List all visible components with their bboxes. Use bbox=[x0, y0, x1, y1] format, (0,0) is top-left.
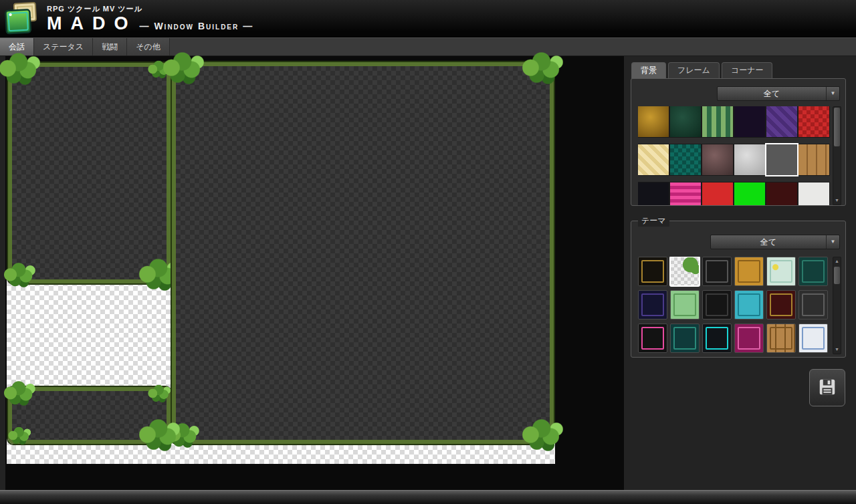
theme-frame-decoration bbox=[738, 260, 760, 283]
mado-window-builder-app: RPG ツクール MV ツール MADO — Window Builder — … bbox=[0, 0, 856, 504]
swatch-red-checker[interactable] bbox=[798, 106, 829, 137]
theme-dark-teal[interactable] bbox=[798, 257, 828, 286]
theme-scrollbar[interactable]: ▲ ▼ bbox=[833, 257, 841, 354]
theme-grid bbox=[638, 257, 831, 354]
theme-frame-decoration bbox=[770, 260, 792, 283]
theme-pastel-green[interactable] bbox=[670, 290, 700, 320]
theme-charcoal[interactable] bbox=[702, 257, 732, 286]
background-swatch-grid bbox=[638, 106, 831, 205]
theme-wood[interactable] bbox=[766, 324, 796, 353]
background-filter-dropdown[interactable]: 全て ▼ bbox=[717, 86, 840, 101]
swatch-light-marble[interactable] bbox=[734, 144, 765, 175]
preview-window-name[interactable] bbox=[8, 387, 171, 444]
theme-frame-decoration bbox=[673, 327, 696, 350]
tab-status[interactable]: ステータス bbox=[34, 38, 93, 55]
theme-teal-frame[interactable] bbox=[670, 324, 700, 353]
app-tagline: — Window Builder — bbox=[140, 21, 254, 31]
theme-frame-decoration bbox=[770, 327, 792, 350]
theme-frame-decoration bbox=[706, 293, 728, 316]
tab-frame[interactable]: フレーム bbox=[668, 62, 720, 79]
status-footer bbox=[0, 490, 856, 504]
theme-amber[interactable] bbox=[734, 257, 764, 286]
theme-maroon-gold[interactable] bbox=[766, 290, 796, 320]
theme-filter-dropdown[interactable]: 全て ▼ bbox=[710, 235, 840, 249]
swatch-gray[interactable] bbox=[766, 144, 797, 175]
theme-frame-decoration bbox=[770, 293, 792, 316]
theme-frame-decoration bbox=[738, 293, 760, 316]
swatch-teal-checker[interactable] bbox=[670, 144, 701, 175]
theme-frame-decoration bbox=[802, 327, 825, 350]
theme-frame-decoration bbox=[802, 293, 825, 316]
app-subtitle: RPG ツクール MV ツール bbox=[47, 4, 253, 14]
window-background bbox=[12, 67, 167, 279]
swatch-gold-texture[interactable] bbox=[638, 106, 669, 137]
preview-window-main[interactable] bbox=[172, 62, 554, 444]
scrollbar-thumb[interactable] bbox=[834, 108, 840, 146]
theme-cyan-frame[interactable] bbox=[702, 324, 732, 353]
preview-canvas bbox=[7, 61, 555, 464]
theme-cyan[interactable] bbox=[734, 290, 764, 320]
scroll-down-icon[interactable]: ▼ bbox=[833, 346, 841, 354]
swatch-purple-weave[interactable] bbox=[766, 106, 797, 137]
background-panel: 全て ▼ ▼ bbox=[631, 78, 846, 206]
tab-background[interactable]: 背景 bbox=[631, 62, 666, 79]
asset-tab-bar: 背景 フレーム コーナー bbox=[631, 62, 772, 79]
background-filter-value: 全て bbox=[718, 88, 826, 100]
scroll-up-icon[interactable]: ▲ bbox=[833, 257, 841, 265]
theme-frame-decoration bbox=[738, 327, 760, 350]
app-title-block: RPG ツクール MV ツール MADO — Window Builder — bbox=[47, 4, 253, 34]
app-title-row: MADO — Window Builder — bbox=[47, 14, 253, 34]
theme-frame-decoration bbox=[706, 260, 728, 283]
swatch-dark-green-stone[interactable] bbox=[670, 106, 701, 137]
tab-conversation[interactable]: 会話 bbox=[0, 38, 34, 55]
app-title: MADO bbox=[47, 14, 137, 34]
tab-battle[interactable]: 戦闘 bbox=[93, 38, 127, 55]
preview-canvas-area bbox=[5, 56, 624, 490]
theme-filter-value: 全て bbox=[711, 237, 826, 248]
main-tab-bar: 会話 ステータス 戦闘 その他 bbox=[0, 37, 856, 56]
swatch-pink-stripes[interactable] bbox=[670, 182, 701, 205]
theme-frame-decoration bbox=[802, 260, 825, 283]
app-header: RPG ツクール MV ツール MADO — Window Builder — bbox=[0, 0, 856, 37]
swatch-cream-diamond[interactable] bbox=[638, 144, 669, 175]
theme-pale-aqua-stars[interactable] bbox=[766, 257, 796, 286]
swatch-red-granite[interactable] bbox=[702, 144, 733, 175]
theme-frame-decoration bbox=[673, 293, 696, 316]
swatch-dark-purple[interactable] bbox=[734, 106, 765, 137]
chevron-down-icon[interactable]: ▼ bbox=[826, 235, 839, 249]
theme-frame-decoration bbox=[706, 327, 728, 350]
scroll-down-icon[interactable]: ▼ bbox=[833, 197, 841, 205]
swatch-white[interactable] bbox=[798, 182, 829, 205]
tab-corner[interactable]: コーナー bbox=[722, 62, 773, 79]
app-logo-icon bbox=[3, 1, 41, 39]
chevron-down-icon[interactable]: ▼ bbox=[826, 87, 839, 100]
swatch-black[interactable] bbox=[638, 182, 669, 205]
theme-blueprint[interactable] bbox=[798, 324, 828, 353]
swatch-bright-green[interactable] bbox=[734, 182, 765, 205]
theme-frame-decoration bbox=[641, 293, 664, 316]
scrollbar-thumb[interactable] bbox=[834, 267, 840, 284]
swatch-green-stripes[interactable] bbox=[702, 106, 733, 137]
floppy-disk-icon bbox=[817, 377, 837, 399]
tab-other[interactable]: その他 bbox=[127, 38, 170, 55]
swatch-dark-maroon[interactable] bbox=[766, 182, 797, 205]
theme-magenta-ornate[interactable] bbox=[734, 324, 764, 353]
theme-black-dotted[interactable] bbox=[702, 290, 732, 320]
theme-gold-corner-black[interactable] bbox=[638, 257, 667, 286]
theme-panel: テーマ 全て ▼ ▲ ▼ bbox=[631, 221, 846, 358]
save-button[interactable] bbox=[809, 369, 845, 406]
theme-section-label: テーマ bbox=[638, 215, 669, 227]
theme-frame-decoration bbox=[641, 327, 664, 350]
theme-black-pink-corner[interactable] bbox=[638, 324, 667, 353]
theme-navy-purple[interactable] bbox=[638, 290, 667, 320]
background-scrollbar[interactable]: ▼ bbox=[833, 106, 841, 205]
window-background bbox=[176, 66, 550, 440]
preview-window-message[interactable] bbox=[8, 63, 171, 283]
swatch-red[interactable] bbox=[702, 182, 733, 205]
theme-slate[interactable] bbox=[798, 290, 828, 320]
theme-leaf-green[interactable] bbox=[670, 257, 700, 286]
window-background bbox=[12, 391, 167, 440]
swatch-wood-planks[interactable] bbox=[798, 144, 829, 175]
theme-frame-decoration bbox=[641, 260, 664, 283]
